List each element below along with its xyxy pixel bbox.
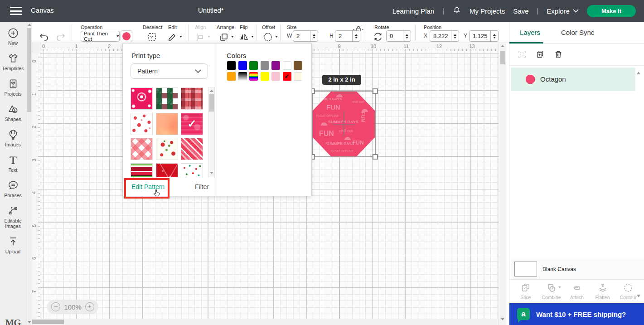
scroll-up-arrow-icon[interactable] <box>210 90 213 92</box>
pattern-grid-scrollbar[interactable] <box>208 87 215 177</box>
step-down-icon[interactable] <box>355 37 358 39</box>
arrange-dropdown-caret-icon[interactable] <box>231 36 234 38</box>
pattern-tile-holiday-stripes[interactable] <box>131 163 153 178</box>
blank-canvas-row[interactable]: Blank Canvas <box>509 258 644 280</box>
redo-button[interactable] <box>55 32 66 42</box>
zoom-out-button[interactable]: − <box>51 302 60 311</box>
step-up-icon[interactable] <box>355 34 358 36</box>
x-stepper[interactable] <box>451 31 459 41</box>
sidebar-item-images[interactable]: Images <box>0 129 26 147</box>
promo-banner[interactable]: a Want $10 + FREE shipping? <box>509 303 644 325</box>
my-projects-link[interactable]: My Projects <box>470 7 505 15</box>
notifications-bell-icon[interactable] <box>452 6 461 16</box>
scroll-up-arrow-icon[interactable] <box>501 45 504 47</box>
color-swatch-brown[interactable] <box>294 61 302 70</box>
save-button[interactable]: Save <box>513 7 528 15</box>
sidebar-item-text[interactable]: Text <box>0 154 26 173</box>
color-swatch-bw-gradient[interactable] <box>238 72 247 81</box>
pattern-tile-red-floral-dots[interactable] <box>131 113 153 135</box>
filter-link[interactable]: Filter <box>195 183 209 190</box>
step-up-icon[interactable] <box>454 34 456 36</box>
print-type-select[interactable]: Pattern <box>131 63 208 79</box>
canvas-nav-label[interactable]: Canvas <box>31 6 54 14</box>
scrollbar-thumb[interactable] <box>500 51 505 64</box>
sidebar-item-new[interactable]: New <box>0 27 26 46</box>
edit-button[interactable] <box>167 32 178 42</box>
offset-button[interactable] <box>262 32 273 42</box>
width-input-group[interactable]: 2 <box>293 30 318 42</box>
step-down-icon[interactable] <box>454 37 456 39</box>
scroll-down-arrow-icon[interactable] <box>210 172 213 174</box>
rotate-icon[interactable] <box>373 31 383 41</box>
height-value[interactable]: 2 <box>335 31 352 41</box>
pattern-tile-buffalo-plaid[interactable] <box>156 87 178 110</box>
sidebar-item-templates[interactable]: Templates <box>0 53 26 71</box>
color-swatch-yellow[interactable] <box>261 72 269 81</box>
sidebar-item-upload[interactable]: Upload <box>0 236 26 254</box>
operation-color-swatch[interactable] <box>121 30 132 42</box>
step-down-icon[interactable] <box>493 37 496 39</box>
layer-row-octagon[interactable]: Octagon <box>511 68 635 91</box>
pattern-tile-summer-fun[interactable]: ✓ <box>181 113 203 135</box>
color-swatch-black[interactable] <box>227 61 236 70</box>
step-down-icon[interactable] <box>313 37 315 39</box>
sidebar-item-projects[interactable]: Projects <box>0 78 26 97</box>
canvas-horizontal-scrollbar[interactable] <box>32 319 499 325</box>
rotate-value[interactable]: 0 <box>387 31 403 41</box>
resize-handle-top-right[interactable] <box>373 88 378 94</box>
duplicate-layer-icon[interactable] <box>535 49 545 59</box>
step-up-icon[interactable] <box>406 34 408 36</box>
pattern-tile-red-doodle[interactable] <box>156 163 178 178</box>
rotate-stepper[interactable] <box>403 31 411 41</box>
blank-canvas-swatch[interactable] <box>514 262 537 276</box>
height-stepper[interactable] <box>352 31 360 41</box>
sidebar-scrollbar[interactable] <box>26 22 32 325</box>
flip-button[interactable] <box>238 32 249 42</box>
scroll-down-arrow-icon[interactable] <box>501 318 504 320</box>
pattern-tile-pink-stripes[interactable] <box>181 138 203 160</box>
color-swatch-rainbow[interactable] <box>249 72 258 81</box>
explore-menu[interactable]: Explore <box>547 7 579 15</box>
pattern-tile-pink-snowflake[interactable] <box>131 87 153 110</box>
delete-layer-icon[interactable] <box>553 49 563 59</box>
tab-color-sync[interactable]: Color Sync <box>561 29 594 36</box>
arrange-button[interactable] <box>218 32 229 42</box>
operation-select[interactable]: Print Then Cut <box>81 31 120 42</box>
resize-handle-bottom-right[interactable] <box>373 154 378 160</box>
learning-plan-link[interactable]: Learning Plan <box>392 7 435 15</box>
step-up-icon[interactable] <box>493 34 496 36</box>
color-swatch-blue[interactable] <box>238 61 247 70</box>
color-swatch-ivory[interactable] <box>294 72 302 81</box>
layers-scroll-up-icon[interactable] <box>637 72 640 74</box>
sidebar-item-editable-images[interactable]: Editable Images <box>0 205 26 229</box>
pattern-tile-white-floral[interactable] <box>156 138 178 160</box>
y-value[interactable]: 1.125 <box>470 31 490 41</box>
edit-dropdown-caret-icon[interactable] <box>179 36 182 38</box>
scrollbar-thumb[interactable] <box>27 28 31 112</box>
rotate-input-group[interactable]: 0 <box>386 30 411 42</box>
sidebar-item-shapes[interactable]: Shapes <box>0 103 26 122</box>
y-stepper[interactable] <box>490 31 498 41</box>
zoom-in-button[interactable]: + <box>85 302 94 311</box>
height-input-group[interactable]: 2 <box>335 30 360 42</box>
pattern-tile-peach-watercolor[interactable] <box>156 113 178 135</box>
undo-button[interactable] <box>39 32 49 42</box>
hamburger-menu-icon[interactable] <box>10 7 22 15</box>
pattern-tile-confetti[interactable] <box>181 163 203 178</box>
scroll-down-arrow-icon[interactable] <box>28 321 31 323</box>
flip-dropdown-caret-icon[interactable] <box>251 36 254 38</box>
color-swatch-red[interactable]: ✓ <box>283 72 291 81</box>
step-up-icon[interactable] <box>313 34 315 36</box>
color-swatch-pink[interactable] <box>271 72 280 81</box>
color-swatch-white[interactable] <box>283 61 291 70</box>
step-down-icon[interactable] <box>406 37 408 39</box>
canvas-vertical-scrollbar[interactable] <box>499 43 506 325</box>
color-swatch-green[interactable] <box>249 61 258 70</box>
make-it-button[interactable]: Make It <box>587 5 636 17</box>
color-swatch-orange[interactable] <box>227 72 236 81</box>
x-input-group[interactable]: 8.222 <box>430 30 459 42</box>
width-stepper[interactable] <box>310 31 318 41</box>
offset-dropdown-caret-icon[interactable] <box>275 36 278 38</box>
tab-layers[interactable]: Layers <box>520 29 540 36</box>
scrollbar-thumb[interactable] <box>32 320 64 324</box>
